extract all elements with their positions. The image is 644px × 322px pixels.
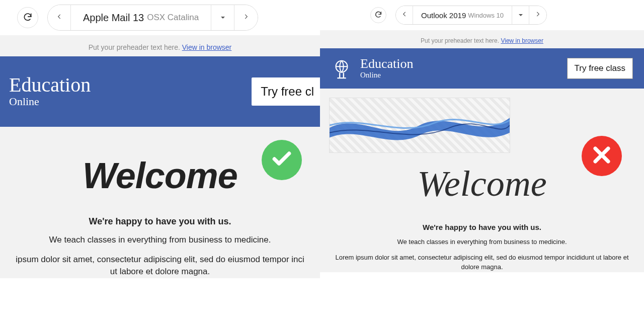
globe-logo-icon (330, 57, 353, 80)
next-client-button[interactable] (529, 6, 546, 24)
client-name: Outlook 2019 (421, 11, 466, 20)
client-label: Apple Mail 13 OSX Catalina (71, 5, 211, 30)
preheader-text: Put your preheader text here. (89, 43, 182, 51)
client-os: Windows 10 (468, 12, 504, 19)
tagline: We're happy to have you with us. (332, 223, 632, 231)
caret-down-icon (220, 13, 225, 22)
preheader: Put your preheader text here. View in br… (0, 35, 320, 56)
refresh-icon (374, 11, 382, 20)
brand-line1: Education (9, 75, 91, 95)
view-in-browser-link[interactable]: View in browser (182, 43, 232, 51)
preview-pane-right: Outlook 2019 Windows 10 Put your prehead… (320, 0, 644, 322)
prev-client-button[interactable] (48, 5, 71, 30)
brand-bar: Education Online Try free class (320, 48, 644, 89)
paragraph-2: ipsum dolor sit amet, consectetur adipis… (12, 254, 308, 278)
view-in-browser-link[interactable]: View in browser (501, 37, 543, 44)
refresh-icon (23, 12, 33, 24)
try-free-class-button[interactable]: Try free class (567, 58, 633, 79)
brand-text: Education Online (9, 75, 91, 108)
next-client-button[interactable] (234, 5, 258, 30)
client-label: Outlook 2019 Windows 10 (413, 6, 512, 24)
try-free-class-button[interactable]: Try free cl (252, 77, 320, 106)
client-picker: Outlook 2019 Windows 10 (395, 6, 547, 25)
paragraph-2: Lorem ipsum dolor sit amet, consectetur … (332, 253, 632, 272)
chevron-right-icon (243, 13, 250, 22)
prev-client-button[interactable] (396, 6, 413, 24)
preheader-text: Put your preheader text here. (421, 37, 501, 44)
brand-line2: Online (360, 70, 413, 79)
status-badge-error (582, 136, 622, 176)
caret-down-icon (518, 11, 523, 20)
email-body: Welcome We're happy to have you with us.… (320, 163, 644, 272)
chevron-left-icon (401, 11, 408, 20)
brand-line1: Education (360, 57, 413, 70)
refresh-button[interactable] (370, 7, 386, 23)
hero-image-broken (329, 98, 510, 153)
paragraph-1: We teach classes in everything from busi… (12, 234, 308, 247)
x-icon (591, 144, 613, 168)
status-badge-ok (262, 140, 302, 180)
check-icon (271, 148, 293, 172)
paragraph-1: We teach classes in everything from busi… (332, 237, 632, 247)
tagline: We're happy to have you with us. (12, 216, 308, 227)
chevron-left-icon (56, 13, 63, 22)
preview-pane-left: Apple Mail 13 OSX Catalina Put your preh… (0, 0, 320, 322)
client-name: Apple Mail 13 (83, 12, 144, 24)
client-os: OSX Catalina (147, 13, 199, 23)
chevron-right-icon (534, 11, 541, 20)
toolbar: Outlook 2019 Windows 10 (320, 0, 644, 30)
refresh-button[interactable] (17, 7, 38, 28)
client-picker: Apple Mail 13 OSX Catalina (47, 5, 258, 31)
client-dropdown-button[interactable] (512, 6, 529, 24)
brand-line2: Online (9, 95, 91, 108)
brand-text: Education Online (360, 57, 413, 79)
brand-bar: Education Online Try free cl (0, 56, 320, 127)
toolbar: Apple Mail 13 OSX Catalina (0, 0, 320, 35)
client-dropdown-button[interactable] (211, 5, 234, 30)
preheader: Put your preheader text here. View in br… (320, 30, 644, 48)
